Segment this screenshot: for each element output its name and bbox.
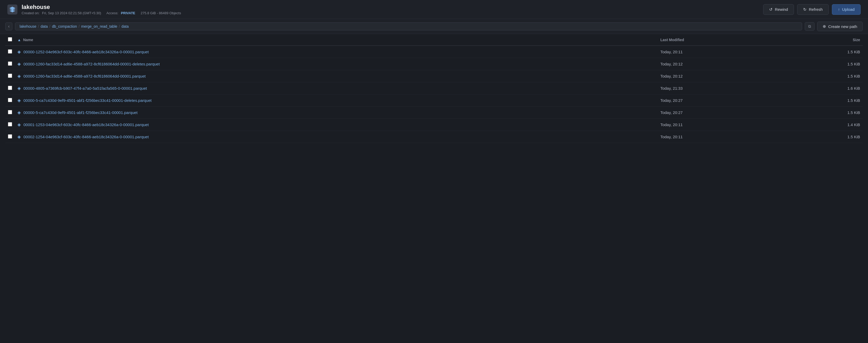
file-icon: ◈ — [18, 73, 21, 79]
row-checkbox-cell — [5, 46, 15, 58]
create-path-button[interactable]: ⊕ Create new path — [817, 22, 863, 31]
row-date-cell: Today, 20:27 — [658, 107, 784, 119]
file-icon: ◈ — [18, 122, 21, 127]
refresh-icon: ↻ — [803, 7, 807, 12]
breadcrumb-seg-2[interactable]: db_compaction — [52, 24, 77, 28]
row-date-cell: Today, 20:11 — [658, 119, 784, 131]
copy-path-button[interactable]: ⧉ — [805, 22, 814, 31]
row-name-cell: ◈00001-1253-04e963cf-603c-40fc-8466-aeb1… — [15, 119, 658, 131]
header-actions: ↺ Rewind ↻ Refresh ↑ Upload — [763, 4, 861, 15]
row-date-cell: Today, 20:12 — [658, 70, 784, 82]
size-info: 275.8 GiB - 86489 Objects — [141, 11, 181, 15]
file-icon: ◈ — [18, 61, 21, 67]
breadcrumb-seg-4[interactable]: data — [122, 24, 129, 28]
row-checkbox-6[interactable] — [8, 122, 12, 126]
page-title: lakehouse — [22, 4, 183, 10]
rewind-icon: ↺ — [769, 7, 773, 12]
row-size-cell: 1.5 KiB — [784, 70, 863, 82]
row-checkbox-5[interactable] — [8, 110, 12, 114]
access-value: PRIVATE — [121, 11, 135, 15]
table-row: ◈00000-1260-fac33d14-ad6e-4588-a972-8cf6… — [5, 70, 863, 82]
row-checkbox-cell — [5, 58, 15, 70]
file-name-link[interactable]: 00002-1254-04e963cf-603c-40fc-8466-aeb18… — [24, 135, 149, 139]
row-size-cell: 1.5 KiB — [784, 107, 863, 119]
header: lakehouse Created on: Fri, Sep 13 2024 0… — [0, 0, 868, 19]
table-row: ◈00000-5-ca7c430d-9ef9-4501-abf1-f256bec… — [5, 94, 863, 107]
file-name-link[interactable]: 00001-1253-04e963cf-603c-40fc-8466-aeb18… — [24, 122, 149, 127]
file-table: ▲ Name Last Modified Size ◈00000-1252-04… — [5, 34, 863, 143]
breadcrumb-seg-0[interactable]: lakehouse — [20, 24, 36, 28]
file-name-link[interactable]: 00000-1252-04e963cf-603c-40fc-8466-aeb18… — [24, 50, 149, 54]
breadcrumb-seg-1[interactable]: data — [40, 24, 48, 28]
create-path-icon: ⊕ — [823, 24, 826, 29]
file-name-link[interactable]: 00000-4805-a7369fcb-b907-47f4-a7a0-5a51f… — [24, 86, 147, 90]
upload-label: Upload — [842, 7, 855, 11]
row-size-cell: 1.5 KiB — [784, 131, 863, 143]
header-left: lakehouse Created on: Fri, Sep 13 2024 0… — [7, 4, 183, 15]
breadcrumb-bar: ‹ lakehouse / data / db_compaction / mer… — [0, 19, 868, 34]
row-checkbox-cell — [5, 107, 15, 119]
breadcrumb-seg-3[interactable]: merge_on_read_table — [81, 24, 117, 28]
row-size-cell: 1.4 KiB — [784, 119, 863, 131]
file-table-container: ▲ Name Last Modified Size ◈00000-1252-04… — [0, 34, 868, 143]
file-name-link[interactable]: 00000-5-ca7c430d-9ef9-4501-abf1-f256bec3… — [24, 98, 152, 103]
row-checkbox-cell — [5, 131, 15, 143]
refresh-button[interactable]: ↻ Refresh — [797, 4, 829, 15]
table-header: ▲ Name Last Modified Size — [5, 34, 863, 46]
logo-icon — [7, 4, 18, 15]
file-icon: ◈ — [18, 110, 21, 115]
breadcrumb-sep-3: / — [119, 24, 120, 28]
row-checkbox-cell — [5, 82, 15, 94]
size-column-label: Size — [853, 38, 860, 42]
table-row: ◈00000-4805-a7369fcb-b907-47f4-a7a0-5a51… — [5, 82, 863, 94]
row-checkbox-0[interactable] — [8, 49, 12, 54]
copy-icon: ⧉ — [808, 24, 811, 29]
breadcrumb-back-button[interactable]: ‹ — [5, 22, 12, 30]
row-name-cell: ◈00000-1252-04e963cf-603c-40fc-8466-aeb1… — [15, 46, 658, 58]
file-name-link[interactable]: 00000-5-ca7c430d-9ef9-4501-abf1-f256bec3… — [24, 110, 137, 115]
upload-icon: ↑ — [838, 7, 840, 11]
header-meta: Created on: Fri, Sep 13 2024 02:21:58 (G… — [22, 11, 183, 15]
table-row: ◈00001-1253-04e963cf-603c-40fc-8466-aeb1… — [5, 119, 863, 131]
row-name-cell: ◈00000-4805-a7369fcb-b907-47f4-a7a0-5a51… — [15, 82, 658, 94]
table-row: ◈00000-5-ca7c430d-9ef9-4501-abf1-f256bec… — [5, 107, 863, 119]
breadcrumb-sep-2: / — [79, 24, 80, 28]
row-date-cell: Today, 20:11 — [658, 46, 784, 58]
row-checkbox-3[interactable] — [8, 86, 12, 90]
row-checkbox-7[interactable] — [8, 134, 12, 139]
file-icon: ◈ — [18, 49, 21, 55]
row-name-cell: ◈00000-1260-fac33d14-ad6e-4588-a972-8cf6… — [15, 70, 658, 82]
row-checkbox-4[interactable] — [8, 98, 12, 102]
table-body: ◈00000-1252-04e963cf-603c-40fc-8466-aeb1… — [5, 46, 863, 143]
row-checkbox-cell — [5, 94, 15, 107]
row-date-cell: Today, 21:33 — [658, 82, 784, 94]
last-modified-column-header[interactable]: Last Modified — [658, 34, 784, 46]
file-name-link[interactable]: 00000-1260-fac33d14-ad6e-4588-a972-8cf61… — [24, 62, 160, 66]
row-checkbox-1[interactable] — [8, 61, 12, 66]
row-size-cell: 1.5 KiB — [784, 46, 863, 58]
file-icon: ◈ — [18, 85, 21, 91]
rewind-label: Rewind — [775, 7, 788, 11]
file-icon: ◈ — [18, 134, 21, 140]
lakehouse-logo-svg — [9, 6, 16, 13]
row-checkbox-2[interactable] — [8, 74, 12, 78]
breadcrumb-path: lakehouse / data / db_compaction / merge… — [15, 22, 802, 30]
row-name-cell: ◈00002-1254-04e963cf-603c-40fc-8466-aeb1… — [15, 131, 658, 143]
rewind-button[interactable]: ↺ Rewind — [763, 4, 794, 15]
row-name-cell: ◈00000-5-ca7c430d-9ef9-4501-abf1-f256bec… — [15, 107, 658, 119]
file-icon: ◈ — [18, 97, 21, 103]
select-all-header — [5, 34, 15, 46]
upload-button[interactable]: ↑ Upload — [832, 4, 861, 15]
create-path-label: Create new path — [828, 24, 857, 29]
file-name-link[interactable]: 00000-1260-fac33d14-ad6e-4588-a972-8cf61… — [24, 74, 146, 78]
breadcrumb-sep-1: / — [49, 24, 50, 28]
last-modified-column-label: Last Modified — [660, 38, 684, 42]
name-column-header[interactable]: ▲ Name — [15, 34, 658, 46]
sort-arrow-icon: ▲ — [18, 38, 21, 42]
row-date-cell: Today, 20:27 — [658, 94, 784, 107]
created-date: Fri, Sep 13 2024 02:21:58 (GMT+5:30) — [42, 11, 101, 15]
access-label: Access: — [106, 11, 119, 15]
size-column-header[interactable]: Size — [784, 34, 863, 46]
table-row: ◈00000-1260-fac33d14-ad6e-4588-a972-8cf6… — [5, 58, 863, 70]
select-all-checkbox[interactable] — [8, 37, 12, 41]
